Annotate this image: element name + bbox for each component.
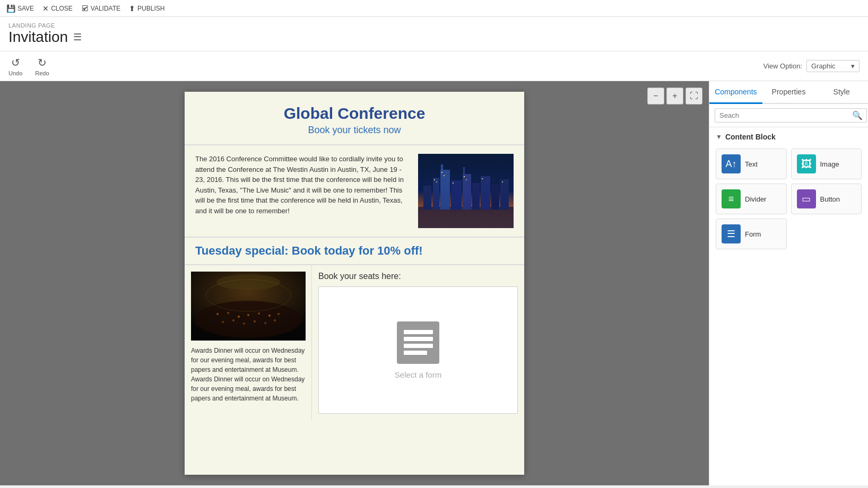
text-component-icon: A↑: [722, 154, 741, 173]
svg-point-33: [232, 319, 235, 321]
form-placeholder-icon: [397, 321, 439, 364]
save-button[interactable]: 💾 SAVE: [6, 4, 34, 13]
svg-rect-15: [441, 172, 442, 173]
view-option-value: Graphic: [811, 62, 836, 70]
form-component-icon: ☰: [722, 224, 741, 243]
close-button[interactable]: ✕ CLOSE: [42, 4, 73, 13]
lp-header-section: Global Conference Book your tickets now: [185, 92, 524, 145]
svg-rect-7: [463, 174, 471, 210]
menu-icon[interactable]: ☰: [73, 31, 82, 43]
lp-booking-right: Book your seats here: Select a form: [312, 265, 524, 420]
lp-special-title: Tuesday special: Book today for 10% off!: [195, 244, 514, 258]
lp-main-title: Global Conference: [195, 104, 514, 123]
chevron-down-icon: ▾: [851, 62, 855, 70]
button-component-label: Button: [820, 195, 840, 203]
component-divider[interactable]: ≡ Divider: [716, 184, 787, 214]
right-sidebar: Components Properties Style 🔍 ▼ Content …: [709, 81, 868, 485]
lp-conference-image: [191, 272, 306, 341]
lp-body-text: The 2016 Conference Committee would like…: [195, 154, 410, 216]
page-header: LANDING PAGE Invitation ☰: [0, 17, 868, 51]
svg-rect-19: [466, 179, 467, 180]
zoom-out-button[interactable]: −: [647, 88, 664, 104]
lp-subtitle: Book your tickets now: [195, 125, 514, 136]
validate-button[interactable]: 🗹 VALIDATE: [81, 4, 120, 13]
sidebar-search-container: 🔍: [709, 104, 868, 127]
svg-point-32: [222, 321, 224, 323]
svg-rect-21: [502, 181, 503, 182]
search-icon: 🔍: [852, 111, 863, 120]
form-component-label: Form: [745, 230, 761, 238]
svg-rect-6: [451, 180, 462, 210]
lp-book-seats-title: Book your seats here:: [318, 272, 518, 281]
content-block-header[interactable]: ▼ Content Block: [709, 127, 868, 144]
main-layout: − + ⛶ Global Conference Book your ticket…: [0, 81, 868, 485]
lp-awards-text: Awards Dinner will occur on Wednesday fo…: [191, 346, 305, 403]
svg-rect-12: [500, 179, 509, 210]
view-option-container: View Option: Graphic ▾: [763, 60, 860, 72]
svg-rect-1: [418, 207, 514, 228]
view-option-label: View Option:: [763, 62, 802, 70]
lp-booking-left: Awards Dinner will occur on Wednesday fo…: [185, 265, 312, 420]
svg-rect-11: [491, 185, 499, 210]
svg-rect-16: [444, 175, 445, 176]
page-title: Invitation: [8, 29, 68, 46]
zoom-in-button[interactable]: +: [666, 88, 683, 104]
image-component-icon: 🖼: [797, 154, 816, 173]
redo-icon: ↻: [38, 56, 47, 69]
button-component-icon: ▭: [797, 189, 816, 208]
fit-screen-button[interactable]: ⛶: [685, 88, 702, 104]
svg-rect-5: [441, 164, 443, 171]
svg-rect-13: [434, 179, 435, 180]
component-grid: A↑ Text 🖼 Image ≡ Divider ▭ B: [709, 144, 868, 254]
undo-redo-bar: ↺ Undo ↻ Redo View Option: Graphic ▾: [0, 51, 868, 81]
svg-rect-14: [436, 181, 437, 182]
svg-rect-2: [423, 186, 431, 210]
tab-components[interactable]: Components: [709, 81, 762, 104]
svg-point-27: [238, 316, 240, 318]
sidebar-tabs: Components Properties Style: [709, 81, 868, 104]
content-block-label: Content Block: [725, 133, 776, 141]
svg-point-34: [243, 323, 245, 325]
lp-city-image: [418, 154, 514, 228]
tab-properties[interactable]: Properties: [762, 81, 815, 104]
form-line-1: [404, 330, 433, 334]
collapse-icon: ▼: [716, 133, 722, 141]
redo-button[interactable]: ↻ Redo: [35, 56, 49, 76]
svg-rect-9: [472, 183, 480, 210]
svg-rect-4: [440, 170, 450, 210]
form-icon-inner: [398, 325, 438, 360]
publish-icon: ⬆: [129, 4, 135, 13]
svg-point-36: [264, 322, 266, 324]
publish-button[interactable]: ⬆ PUBLISH: [129, 4, 164, 13]
lp-booking-section: Awards Dinner will occur on Wednesday fo…: [185, 265, 524, 420]
svg-point-28: [247, 314, 249, 316]
select-form-text: Select a form: [395, 370, 441, 379]
svg-point-35: [254, 320, 256, 323]
view-option-select[interactable]: Graphic ▾: [806, 60, 860, 72]
lp-text-image-section: The 2016 Conference Committee would like…: [185, 145, 524, 238]
search-input[interactable]: [715, 108, 867, 123]
svg-point-24: [195, 301, 301, 338]
toolbar: 💾 SAVE ✕ CLOSE 🗹 VALIDATE ⬆ PUBLISH: [0, 0, 868, 17]
svg-rect-17: [453, 182, 454, 184]
lp-form-placeholder[interactable]: Select a form: [318, 286, 518, 414]
landing-page-canvas: Global Conference Book your tickets now …: [185, 92, 524, 475]
close-icon: ✕: [42, 4, 49, 13]
tab-style[interactable]: Style: [815, 81, 868, 104]
svg-rect-0: [418, 154, 514, 228]
svg-rect-20: [482, 178, 483, 179]
svg-point-31: [277, 313, 280, 315]
component-text[interactable]: A↑ Text: [716, 149, 787, 179]
form-line-3: [404, 344, 433, 348]
page-type-label: LANDING PAGE: [8, 22, 860, 29]
svg-rect-18: [464, 176, 465, 177]
validate-icon: 🗹: [81, 4, 89, 13]
search-button[interactable]: 🔍: [852, 110, 863, 120]
undo-button[interactable]: ↺ Undo: [8, 56, 22, 76]
svg-rect-8: [463, 167, 465, 175]
component-form[interactable]: ☰ Form: [716, 219, 787, 249]
canvas-area[interactable]: − + ⛶ Global Conference Book your ticket…: [0, 81, 709, 485]
form-line-4: [404, 351, 427, 355]
component-button[interactable]: ▭ Button: [791, 184, 862, 214]
component-image[interactable]: 🖼 Image: [791, 149, 862, 179]
